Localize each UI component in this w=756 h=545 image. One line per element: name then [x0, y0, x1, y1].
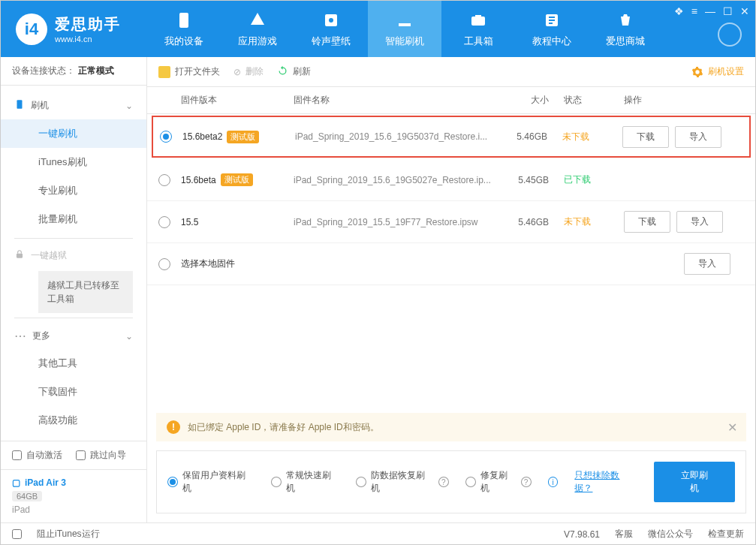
- beta-badge: 测试版: [227, 131, 259, 143]
- erase-data-link[interactable]: 只想抹除数据？: [574, 469, 637, 495]
- svg-rect-3: [471, 17, 485, 26]
- option-radio[interactable]: [465, 477, 476, 487]
- chevron-down-icon: ⌄: [125, 101, 133, 111]
- chevron-down-icon: ⌄: [125, 331, 133, 342]
- close-icon[interactable]: ✕: [740, 5, 749, 17]
- delete-button[interactable]: ⊘ 删除: [233, 65, 264, 78]
- gear-icon: [691, 66, 703, 78]
- footer-support[interactable]: 客服: [615, 528, 633, 540]
- option-radio[interactable]: [356, 477, 366, 487]
- download-button[interactable]: [718, 23, 742, 47]
- prevent-itunes-checkbox[interactable]: [12, 529, 22, 539]
- sidebar-item-2[interactable]: 专业刷机: [1, 176, 146, 205]
- nav-icon: [248, 11, 267, 30]
- sidebar-item-1[interactable]: iTunes刷机: [1, 148, 146, 176]
- open-folder-button[interactable]: 打开文件夹: [158, 65, 220, 78]
- more-icon: ⋯: [14, 329, 26, 343]
- flash-option-3[interactable]: 修复刷机?: [465, 469, 532, 495]
- row-radio[interactable]: [158, 258, 170, 270]
- svg-rect-6: [17, 254, 23, 258]
- option-radio[interactable]: [271, 477, 282, 487]
- sidebar-item-0[interactable]: 一键刷机: [1, 119, 146, 148]
- nav-tab-6[interactable]: 爱思商城: [589, 1, 662, 57]
- app-url: www.i4.cn: [55, 35, 121, 44]
- nav-tab-5[interactable]: 教程中心: [515, 1, 589, 57]
- info-icon[interactable]: i: [548, 477, 559, 487]
- option-radio[interactable]: [167, 477, 178, 487]
- device-status: 设备连接状态： 正常模式: [1, 57, 146, 86]
- auto-activate-checkbox[interactable]: [12, 450, 22, 460]
- nav-tab-1[interactable]: 应用游戏: [221, 1, 294, 57]
- phone-icon: [14, 98, 25, 113]
- nav-tab-3[interactable]: 智能刷机: [368, 1, 441, 57]
- footer-update[interactable]: 检查更新: [708, 528, 744, 540]
- sidebar: 设备连接状态： 正常模式 刷机 ⌄ 一键刷机iTunes刷机专业刷机批量刷机 一…: [1, 57, 147, 522]
- help-icon[interactable]: ?: [438, 477, 449, 487]
- nav-icon: [174, 11, 194, 30]
- footer: 阻止iTunes运行 V7.98.61 客服 微信公众号 检查更新: [1, 522, 755, 545]
- maximize-icon[interactable]: ☐: [723, 5, 733, 17]
- nav-icon: [468, 11, 488, 30]
- notice-bar: ! 如已绑定 Apple ID，请准备好 Apple ID和密码。 ✕: [156, 413, 746, 441]
- skip-guide-checkbox[interactable]: [76, 450, 86, 460]
- menu-icon[interactable]: ❖: [674, 5, 684, 17]
- table-header: 固件版本 固件名称 大小 状态 操作: [147, 87, 755, 114]
- flash-now-button[interactable]: 立即刷机: [654, 462, 735, 502]
- footer-wechat[interactable]: 微信公众号: [648, 528, 693, 540]
- toolbar: 打开文件夹 ⊘ 删除 刷新 刷机设置: [147, 57, 755, 87]
- window-controls: ❖ ≡ — ☐ ✕: [674, 5, 749, 17]
- logo-icon: i4: [16, 14, 47, 45]
- svg-point-2: [329, 18, 333, 23]
- row-op-button[interactable]: 导入: [675, 126, 721, 148]
- sidebar-more-item-1[interactable]: 下载固件: [1, 378, 146, 406]
- nav-tab-0[interactable]: 我的设备: [147, 1, 221, 57]
- nav-icon: [542, 11, 562, 30]
- flash-settings-button[interactable]: 刷机设置: [691, 65, 744, 78]
- list-icon[interactable]: ≡: [691, 5, 697, 17]
- sidebar-item-3[interactable]: 批量刷机: [1, 205, 146, 233]
- sidebar-flash-head[interactable]: 刷机 ⌄: [1, 92, 146, 119]
- row-op-button[interactable]: 下载: [624, 211, 670, 233]
- close-notice-button[interactable]: ✕: [727, 420, 737, 435]
- folder-icon: [158, 66, 170, 78]
- sidebar-more-item-0[interactable]: 其他工具: [1, 349, 146, 378]
- nav-tab-4[interactable]: 工具箱: [441, 1, 515, 57]
- table-row[interactable]: 15.6beta测试版iPad_Spring_2019_15.6_19G5027…: [147, 159, 755, 201]
- app-title: 爱思助手: [55, 14, 121, 35]
- device-info[interactable]: ▢ iPad Air 3 64GB iPad: [1, 469, 146, 522]
- row-radio[interactable]: [158, 174, 170, 186]
- minimize-icon[interactable]: —: [705, 5, 715, 17]
- svg-rect-5: [17, 100, 23, 109]
- row-radio[interactable]: [160, 131, 172, 143]
- beta-badge: 测试版: [221, 173, 253, 186]
- row-op-button[interactable]: 导入: [676, 211, 723, 233]
- app-version: V7.98.61: [564, 529, 600, 540]
- row-op-button[interactable]: 下载: [622, 126, 669, 148]
- help-icon[interactable]: ?: [521, 477, 532, 487]
- jailbreak-note: 越狱工具已转移至工具箱: [38, 271, 133, 313]
- lock-icon: [14, 249, 25, 262]
- nav-icon: [616, 11, 635, 30]
- table-row[interactable]: 15.5iPad_Spring_2019_15.5_19F77_Restore.…: [147, 201, 755, 243]
- sidebar-more-item-2[interactable]: 高级功能: [1, 406, 146, 435]
- nav-icon: [321, 11, 341, 30]
- app-header: i4 爱思助手 www.i4.cn 我的设备应用游戏铃声壁纸智能刷机工具箱教程中…: [1, 1, 755, 57]
- svg-rect-0: [179, 13, 188, 28]
- row-op-button[interactable]: 导入: [684, 253, 730, 275]
- refresh-button[interactable]: 刷新: [277, 65, 311, 79]
- auto-activate-row: 自动激活 跳过向导: [1, 441, 146, 469]
- table-row[interactable]: 选择本地固件导入: [147, 243, 755, 285]
- flash-option-2[interactable]: 防数据恢复刷机?: [356, 469, 449, 495]
- delete-icon: ⊘: [233, 67, 241, 77]
- sidebar-more-head[interactable]: ⋯ 更多 ⌄: [1, 323, 146, 349]
- logo: i4 爱思助手 www.i4.cn: [1, 14, 147, 45]
- flash-option-0[interactable]: 保留用户资料刷机: [167, 469, 255, 495]
- flash-options: 保留用户资料刷机常规快速刷机防数据恢复刷机?修复刷机?i只想抹除数据？立即刷机: [156, 450, 746, 513]
- nav-tab-2[interactable]: 铃声壁纸: [294, 1, 368, 57]
- nav-icon: [395, 11, 414, 30]
- nav-tabs: 我的设备应用游戏铃声壁纸智能刷机工具箱教程中心爱思商城: [147, 1, 662, 57]
- row-radio[interactable]: [158, 216, 170, 228]
- table-row[interactable]: 15.6beta2测试版iPad_Spring_2019_15.6_19G503…: [152, 116, 751, 158]
- refresh-icon: [277, 65, 288, 79]
- flash-option-1[interactable]: 常规快速刷机: [271, 469, 340, 495]
